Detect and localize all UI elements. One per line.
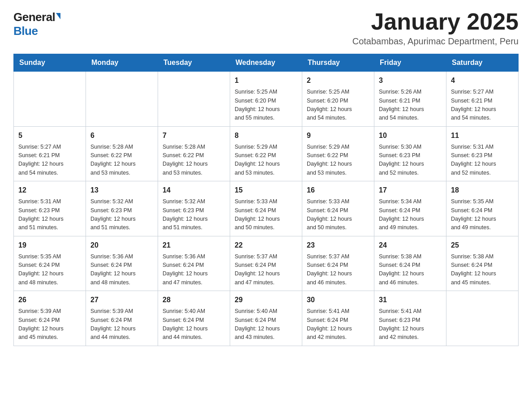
day-info: Sunrise: 5:25 AM Sunset: 6:20 PM Dayligh… bbox=[307, 88, 369, 123]
day-info: Sunrise: 5:39 AM Sunset: 6:24 PM Dayligh… bbox=[90, 307, 153, 342]
calendar-cell: 6Sunrise: 5:28 AM Sunset: 6:22 PM Daylig… bbox=[86, 126, 158, 181]
day-number: 8 bbox=[235, 130, 297, 141]
day-number: 7 bbox=[163, 130, 225, 141]
calendar-week-2: 5Sunrise: 5:27 AM Sunset: 6:21 PM Daylig… bbox=[14, 126, 519, 181]
day-info: Sunrise: 5:25 AM Sunset: 6:20 PM Dayligh… bbox=[235, 88, 297, 123]
calendar-cell: 28Sunrise: 5:40 AM Sunset: 6:24 PM Dayli… bbox=[158, 291, 230, 346]
day-info: Sunrise: 5:35 AM Sunset: 6:24 PM Dayligh… bbox=[18, 253, 81, 287]
day-info: Sunrise: 5:28 AM Sunset: 6:22 PM Dayligh… bbox=[90, 143, 153, 178]
calendar-week-3: 12Sunrise: 5:31 AM Sunset: 6:23 PM Dayli… bbox=[14, 181, 519, 236]
calendar-cell: 11Sunrise: 5:31 AM Sunset: 6:23 PM Dayli… bbox=[446, 126, 519, 181]
day-number: 22 bbox=[235, 240, 297, 251]
calendar-cell: 21Sunrise: 5:36 AM Sunset: 6:24 PM Dayli… bbox=[158, 236, 230, 291]
day-number: 15 bbox=[235, 185, 297, 196]
day-info: Sunrise: 5:36 AM Sunset: 6:24 PM Dayligh… bbox=[90, 253, 153, 287]
calendar-cell: 25Sunrise: 5:38 AM Sunset: 6:24 PM Dayli… bbox=[446, 236, 519, 291]
day-info: Sunrise: 5:40 AM Sunset: 6:24 PM Dayligh… bbox=[163, 307, 225, 342]
day-info: Sunrise: 5:27 AM Sunset: 6:21 PM Dayligh… bbox=[18, 143, 81, 178]
day-info: Sunrise: 5:39 AM Sunset: 6:24 PM Dayligh… bbox=[18, 307, 81, 342]
calendar-cell bbox=[446, 291, 519, 346]
day-info: Sunrise: 5:41 AM Sunset: 6:24 PM Dayligh… bbox=[307, 307, 369, 342]
calendar-table: SundayMondayTuesdayWednesdayThursdayFrid… bbox=[13, 54, 519, 346]
day-info: Sunrise: 5:32 AM Sunset: 6:23 PM Dayligh… bbox=[90, 197, 153, 232]
calendar-cell: 19Sunrise: 5:35 AM Sunset: 6:24 PM Dayli… bbox=[14, 236, 86, 291]
calendar-cell: 31Sunrise: 5:41 AM Sunset: 6:23 PM Dayli… bbox=[374, 291, 446, 346]
title-block: January 2025 Cotabambas, Apurimac Depart… bbox=[352, 9, 519, 47]
day-info: Sunrise: 5:27 AM Sunset: 6:21 PM Dayligh… bbox=[451, 88, 514, 123]
logo-triangle-icon bbox=[56, 13, 60, 19]
calendar-cell: 16Sunrise: 5:33 AM Sunset: 6:24 PM Dayli… bbox=[302, 181, 374, 236]
weekday-header-row: SundayMondayTuesdayWednesdayThursdayFrid… bbox=[14, 54, 519, 72]
calendar-cell: 3Sunrise: 5:26 AM Sunset: 6:21 PM Daylig… bbox=[374, 72, 446, 127]
calendar-cell: 10Sunrise: 5:30 AM Sunset: 6:23 PM Dayli… bbox=[374, 126, 446, 181]
calendar-cell: 18Sunrise: 5:35 AM Sunset: 6:24 PM Dayli… bbox=[446, 181, 519, 236]
day-number: 27 bbox=[90, 295, 153, 305]
day-number: 11 bbox=[451, 130, 514, 141]
logo-text: General bbox=[13, 11, 60, 24]
day-info: Sunrise: 5:26 AM Sunset: 6:21 PM Dayligh… bbox=[379, 88, 442, 123]
weekday-header-sunday: Sunday bbox=[14, 54, 86, 72]
calendar-week-1: 1Sunrise: 5:25 AM Sunset: 6:20 PM Daylig… bbox=[14, 72, 519, 127]
calendar-cell: 5Sunrise: 5:27 AM Sunset: 6:21 PM Daylig… bbox=[14, 126, 86, 181]
calendar-cell: 7Sunrise: 5:28 AM Sunset: 6:22 PM Daylig… bbox=[158, 126, 230, 181]
day-number: 9 bbox=[307, 130, 369, 141]
day-number: 16 bbox=[307, 185, 369, 196]
calendar-cell: 8Sunrise: 5:29 AM Sunset: 6:22 PM Daylig… bbox=[230, 126, 302, 181]
day-number: 10 bbox=[379, 130, 442, 141]
calendar-cell: 27Sunrise: 5:39 AM Sunset: 6:24 PM Dayli… bbox=[86, 291, 158, 346]
day-number: 13 bbox=[90, 185, 153, 196]
day-number: 29 bbox=[235, 295, 297, 305]
day-number: 26 bbox=[18, 295, 81, 305]
weekday-header-monday: Monday bbox=[86, 54, 158, 72]
day-number: 5 bbox=[18, 130, 81, 141]
calendar-body: 1Sunrise: 5:25 AM Sunset: 6:20 PM Daylig… bbox=[14, 72, 519, 346]
day-number: 14 bbox=[163, 185, 225, 196]
day-info: Sunrise: 5:38 AM Sunset: 6:24 PM Dayligh… bbox=[451, 253, 514, 287]
weekday-header-saturday: Saturday bbox=[446, 54, 519, 72]
day-info: Sunrise: 5:33 AM Sunset: 6:24 PM Dayligh… bbox=[307, 197, 369, 232]
calendar-cell bbox=[158, 72, 230, 127]
calendar-cell: 14Sunrise: 5:32 AM Sunset: 6:23 PM Dayli… bbox=[158, 181, 230, 236]
page-header: General Blue January 2025 Cotabambas, Ap… bbox=[13, 9, 519, 47]
day-number: 4 bbox=[451, 75, 514, 86]
day-info: Sunrise: 5:33 AM Sunset: 6:24 PM Dayligh… bbox=[235, 197, 297, 232]
day-info: Sunrise: 5:29 AM Sunset: 6:22 PM Dayligh… bbox=[235, 143, 297, 178]
day-number: 30 bbox=[307, 295, 369, 305]
calendar-cell: 4Sunrise: 5:27 AM Sunset: 6:21 PM Daylig… bbox=[446, 72, 519, 127]
calendar-cell: 9Sunrise: 5:29 AM Sunset: 6:22 PM Daylig… bbox=[302, 126, 374, 181]
day-number: 20 bbox=[90, 240, 153, 251]
day-number: 17 bbox=[379, 185, 442, 196]
weekday-header-tuesday: Tuesday bbox=[158, 54, 230, 72]
day-number: 24 bbox=[379, 240, 442, 251]
calendar-cell: 20Sunrise: 5:36 AM Sunset: 6:24 PM Dayli… bbox=[86, 236, 158, 291]
calendar-title: January 2025 bbox=[352, 9, 519, 34]
calendar-cell: 15Sunrise: 5:33 AM Sunset: 6:24 PM Dayli… bbox=[230, 181, 302, 236]
day-info: Sunrise: 5:38 AM Sunset: 6:24 PM Dayligh… bbox=[379, 253, 442, 287]
day-number: 3 bbox=[379, 75, 442, 86]
day-info: Sunrise: 5:37 AM Sunset: 6:24 PM Dayligh… bbox=[307, 253, 369, 287]
calendar-cell: 2Sunrise: 5:25 AM Sunset: 6:20 PM Daylig… bbox=[302, 72, 374, 127]
calendar-cell: 17Sunrise: 5:34 AM Sunset: 6:24 PM Dayli… bbox=[374, 181, 446, 236]
day-number: 25 bbox=[451, 240, 514, 251]
day-info: Sunrise: 5:37 AM Sunset: 6:24 PM Dayligh… bbox=[235, 253, 297, 287]
day-info: Sunrise: 5:35 AM Sunset: 6:24 PM Dayligh… bbox=[451, 197, 514, 232]
calendar-cell bbox=[86, 72, 158, 127]
weekday-header-thursday: Thursday bbox=[302, 54, 374, 72]
day-number: 6 bbox=[90, 130, 153, 141]
weekday-header-friday: Friday bbox=[374, 54, 446, 72]
logo: General Blue bbox=[13, 9, 60, 37]
calendar-header: SundayMondayTuesdayWednesdayThursdayFrid… bbox=[14, 54, 519, 72]
day-info: Sunrise: 5:31 AM Sunset: 6:23 PM Dayligh… bbox=[18, 197, 81, 232]
day-number: 12 bbox=[18, 185, 81, 196]
day-number: 21 bbox=[163, 240, 225, 251]
calendar-subtitle: Cotabambas, Apurimac Department, Peru bbox=[352, 36, 519, 47]
day-info: Sunrise: 5:32 AM Sunset: 6:23 PM Dayligh… bbox=[163, 197, 225, 232]
day-info: Sunrise: 5:41 AM Sunset: 6:23 PM Dayligh… bbox=[379, 307, 442, 342]
calendar-cell: 26Sunrise: 5:39 AM Sunset: 6:24 PM Dayli… bbox=[14, 291, 86, 346]
day-number: 1 bbox=[235, 75, 297, 86]
calendar-cell: 30Sunrise: 5:41 AM Sunset: 6:24 PM Dayli… bbox=[302, 291, 374, 346]
day-number: 2 bbox=[307, 75, 369, 86]
day-number: 23 bbox=[307, 240, 369, 251]
calendar-week-4: 19Sunrise: 5:35 AM Sunset: 6:24 PM Dayli… bbox=[14, 236, 519, 291]
day-number: 18 bbox=[451, 185, 514, 196]
